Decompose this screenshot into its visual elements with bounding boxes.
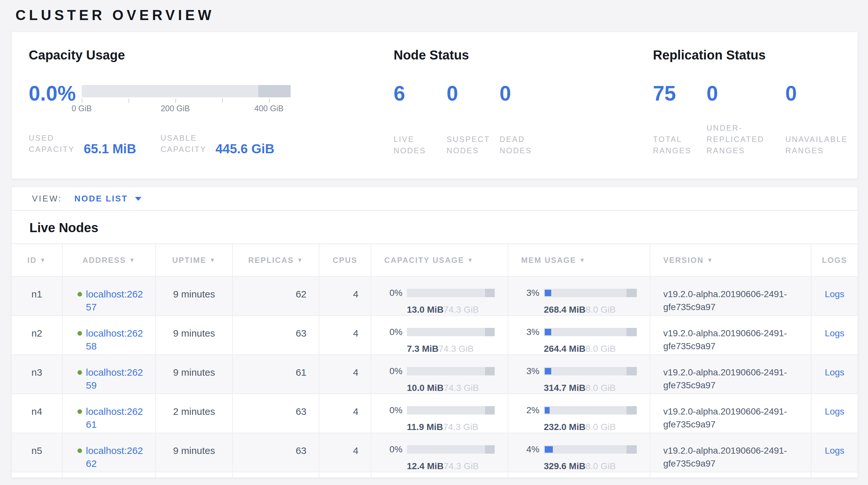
node-address-link[interactable]: 58: [86, 341, 97, 351]
capacity-gauge: 0.0% 0 GiB 200 GiB 400 GiB: [29, 83, 394, 113]
capacity-bar-track: [82, 85, 290, 97]
node-address-link[interactable]: 59: [86, 380, 97, 391]
live-status-dot-icon: [78, 331, 82, 336]
view-selected-value: NODE LIST: [74, 194, 128, 204]
bar-reserved-segment: [626, 406, 637, 415]
col-header-address[interactable]: ADDRESS▼: [63, 244, 156, 276]
node-address: localhost:26259: [86, 366, 143, 392]
node-address-link[interactable]: localhost:262: [86, 367, 143, 378]
node-uptime: 9 minutes: [173, 288, 215, 301]
empty-cell: [508, 473, 650, 478]
mem-used-fill: [545, 446, 553, 453]
node-logs-cell: Logs: [811, 316, 858, 355]
replication-stats: 75 TOTAL RANGES 0 UNDER- REPLICATED RANG…: [653, 83, 858, 156]
node-version-line1: v19.2.0-alpha.20190606-2491-: [663, 405, 787, 418]
logs-link[interactable]: Logs: [825, 405, 844, 418]
node-version-cell: v19.2.0-alpha.20190606-2491-gfe735c9a97: [650, 355, 811, 395]
usable-capacity-value: 445.6 GiB: [215, 143, 274, 155]
node-id: n2: [31, 327, 42, 340]
node-mem-usage-cell: 3%268.4 MiB8.0 GiB: [508, 277, 650, 316]
sort-desc-icon: ▼: [129, 257, 135, 264]
capacity-axis-labels: 0 GiB 200 GiB 400 GiB: [82, 104, 290, 113]
node-logs-cell: Logs: [811, 433, 858, 473]
logs-link[interactable]: Logs: [825, 327, 844, 340]
node-replicas-cell: 61: [233, 355, 319, 395]
node-capacity-total-value: 74.3 GiB: [443, 421, 478, 434]
node-mem-percent: 4%: [526, 443, 540, 456]
node-replicas-cell: 62: [233, 277, 319, 316]
capacity-stats: USED CAPACITY 65.1 MiB USABLE CAPACITY 4…: [29, 132, 394, 155]
node-address-link[interactable]: 57: [86, 302, 97, 312]
node-logs-cell: Logs: [811, 355, 858, 395]
view-selector-dropdown[interactable]: NODE LIST: [74, 194, 142, 204]
col-header-id[interactable]: ID▼: [11, 244, 63, 276]
node-uptime: 9 minutes: [173, 444, 215, 457]
col-header-replicas[interactable]: REPLICAS▼: [233, 244, 319, 276]
node-replicas: 63: [296, 405, 306, 418]
node-address-link[interactable]: localhost:262: [86, 289, 143, 299]
node-mem-usage-cell: 2%232.0 MiB8.0 GiB: [508, 394, 650, 434]
table-row: n5localhost:262629 minutes6340%12.4 MiB7…: [11, 433, 858, 473]
node-capacity-used-value: 13.0 MiB: [407, 303, 444, 316]
table-row: n4localhost:262612 minutes6340%11.9 MiB7…: [11, 394, 858, 433]
node-capacity-usage-cell: 0%10.0 MiB74.3 GiB: [371, 355, 508, 395]
node-address-line2: 61: [86, 418, 143, 431]
node-cpus: 4: [353, 444, 359, 457]
node-address-line2: 58: [86, 340, 143, 353]
col-header-version[interactable]: VERSION▼: [650, 244, 811, 276]
node-status-stats: 6 LIVE NODES 0 SUSPECT NODES 0 DEAD NODE…: [394, 83, 653, 156]
node-address-link[interactable]: 61: [86, 419, 97, 430]
node-address-link[interactable]: localhost:262: [86, 445, 143, 456]
node-capacity-used-value: 12.4 MiB: [407, 460, 444, 473]
logs-link[interactable]: Logs: [825, 444, 844, 457]
node-address-link[interactable]: localhost:262: [86, 328, 143, 339]
col-header-capacity[interactable]: CAPACITY USAGE▼: [371, 244, 508, 276]
node-mem-bar: [544, 445, 637, 454]
live-nodes-label: LIVE NODES: [394, 134, 446, 156]
empty-cell: [371, 473, 508, 478]
replication-status-section: Replication Status 75 TOTAL RANGES 0 UND…: [653, 32, 858, 178]
node-logs-cell: Logs: [811, 394, 858, 434]
node-mem-total-value: 8.0 GiB: [585, 381, 616, 395]
mem-used-fill: [545, 329, 551, 335]
node-uptime-cell: 9 minutes: [156, 316, 233, 355]
node-address: localhost:26261: [86, 405, 143, 431]
node-capacity-bar: [407, 445, 495, 454]
node-mem-percent: 3%: [526, 325, 540, 339]
bar-reserved-segment: [626, 289, 637, 297]
suspect-nodes-stat: 0 SUSPECT NODES: [446, 83, 500, 156]
live-status-dot-icon: [78, 449, 82, 453]
col-header-mem[interactable]: MEM USAGE▼: [508, 244, 650, 276]
view-label: VIEW:: [32, 194, 62, 204]
node-id: n1: [31, 288, 42, 301]
node-capacity-percent: 0%: [390, 286, 404, 299]
col-header-label-capacity: CAPACITY USAGE: [384, 256, 464, 265]
sort-desc-icon: ▼: [297, 257, 303, 264]
node-logs-cell: Logs: [811, 277, 858, 316]
node-mem-bar: [544, 289, 637, 297]
node-address-link[interactable]: localhost:262: [86, 406, 143, 417]
cluster-overview-page: CLUSTER OVERVIEW Capacity Usage 0.0% 0 G…: [0, 0, 868, 485]
node-address-link[interactable]: 62: [86, 458, 97, 469]
node-mem-usage-cell: 3%264.4 MiB8.0 GiB: [508, 316, 650, 355]
node-id-cell: n1: [11, 277, 63, 316]
node-replicas-cell: 63: [233, 433, 319, 473]
node-address: localhost:26257: [86, 288, 143, 314]
empty-cell: [156, 473, 233, 478]
col-header-label-version: VERSION: [663, 256, 704, 265]
node-cpus-cell: 4: [319, 433, 371, 473]
table-row-partial: [11, 473, 858, 478]
logs-link[interactable]: Logs: [825, 366, 844, 379]
node-address-cell: localhost:26262: [63, 433, 156, 473]
unavailable-ranges-stat: 0 UNAVAILABLE RANGES: [785, 83, 848, 156]
node-capacity-used-value: 10.0 MiB: [407, 381, 444, 395]
col-header-uptime[interactable]: UPTIME▼: [156, 244, 233, 276]
node-replicas-cell: 63: [233, 394, 319, 434]
total-ranges-stat: 75 TOTAL RANGES: [653, 83, 707, 156]
node-version-line1: v19.2.0-alpha.20190606-2491-: [663, 366, 787, 379]
logs-link[interactable]: Logs: [825, 288, 844, 301]
node-version-line1: v19.2.0-alpha.20190606-2491-: [663, 327, 787, 340]
bar-reserved-segment: [626, 328, 637, 336]
node-capacity-total-value: 74.3 GiB: [444, 381, 479, 395]
live-nodes-stat: 6 LIVE NODES: [394, 83, 446, 156]
